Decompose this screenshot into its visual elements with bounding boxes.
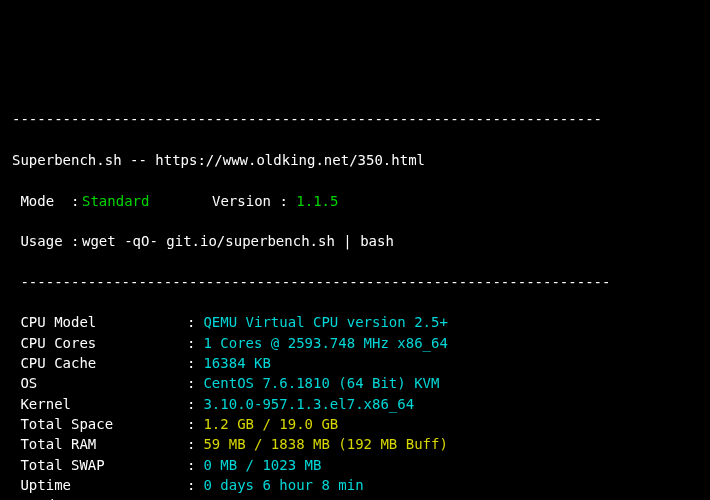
info-row: CPU Cores:1 Cores @ 2593.748 MHz x86_64 [12, 333, 698, 353]
version-label: Version : [212, 191, 296, 211]
row-value: 3.10.0-957.1.3.el7.x86_64 [203, 394, 414, 414]
row-value: 0 days 6 hour 8 min [203, 475, 363, 495]
row-sep: : [187, 312, 195, 332]
info-row: Total SWAP:0 MB / 1023 MB [12, 455, 698, 475]
row-value: QEMU Virtual CPU version 2.5+ [203, 312, 447, 332]
header-title-row: Superbench.sh -- https://www.oldking.net… [12, 150, 698, 170]
row-value: 1 Cores @ 2593.748 MHz x86_64 [203, 333, 447, 353]
header-usage-row: Usage : wget -qO- git.io/superbench.sh |… [12, 231, 698, 251]
terminal-output: ----------------------------------------… [12, 89, 698, 500]
info-row: Total RAM:59 MB / 1838 MB (192 MB Buff) [12, 434, 698, 454]
row-label: Total RAM [12, 434, 187, 454]
hr-top: ----------------------------------------… [12, 109, 698, 129]
row-label: Kernel [12, 394, 187, 414]
mode-value: Standard [82, 191, 212, 211]
version-value: 1.1.5 [296, 191, 338, 211]
info-row: Uptime:0 days 6 hour 8 min [12, 475, 698, 495]
row-sep: : [187, 394, 195, 414]
header-mode-row: Mode : StandardVersion : 1.1.5 [12, 191, 698, 211]
row-sep: : [187, 475, 195, 495]
row-value: 16384 KB [203, 353, 270, 373]
row-label: Total SWAP [12, 455, 187, 475]
info-row: Kernel:3.10.0-957.1.3.el7.x86_64 [12, 394, 698, 414]
info-row: Total Space:1.2 GB / 19.0 GB [12, 414, 698, 434]
system-info-block: CPU Model:QEMU Virtual CPU version 2.5+ … [12, 312, 698, 500]
row-sep: : [187, 414, 195, 434]
row-sep: : [187, 455, 195, 475]
row-sep: : [187, 434, 195, 454]
hr-1: ----------------------------------------… [12, 272, 698, 292]
row-value: 1.2 GB / 19.0 GB [203, 414, 338, 434]
usage-label: Usage : [12, 231, 82, 251]
script-name: Superbench.sh [12, 150, 122, 170]
title-sep: -- [122, 150, 156, 170]
row-value: 0 MB / 1023 MB [203, 455, 321, 475]
script-url: https://www.oldking.net/350.html [155, 150, 425, 170]
row-value: 59 MB / 1838 MB (192 MB Buff) [203, 434, 447, 454]
info-row: CPU Cache:16384 KB [12, 353, 698, 373]
row-label: OS [12, 373, 187, 393]
row-sep: : [187, 353, 195, 373]
info-row: CPU Model:QEMU Virtual CPU version 2.5+ [12, 312, 698, 332]
row-label: CPU Cores [12, 333, 187, 353]
row-label: Uptime [12, 475, 187, 495]
usage-value: wget -qO- git.io/superbench.sh | bash [82, 231, 394, 251]
info-row: Load Average:0.00, 0.01, 0.05 [12, 495, 698, 500]
row-label: CPU Model [12, 312, 187, 332]
row-label: CPU Cache [12, 353, 187, 373]
mode-label: Mode : [12, 191, 82, 211]
row-sep: : [187, 373, 195, 393]
row-sep: : [187, 495, 195, 500]
row-label: Total Space [12, 414, 187, 434]
row-sep: : [187, 333, 195, 353]
row-value: CentOS 7.6.1810 (64 Bit) KVM [203, 373, 439, 393]
row-value: 0.00, 0.01, 0.05 [203, 495, 338, 500]
info-row: OS:CentOS 7.6.1810 (64 Bit) KVM [12, 373, 698, 393]
row-label: Load Average [12, 495, 187, 500]
